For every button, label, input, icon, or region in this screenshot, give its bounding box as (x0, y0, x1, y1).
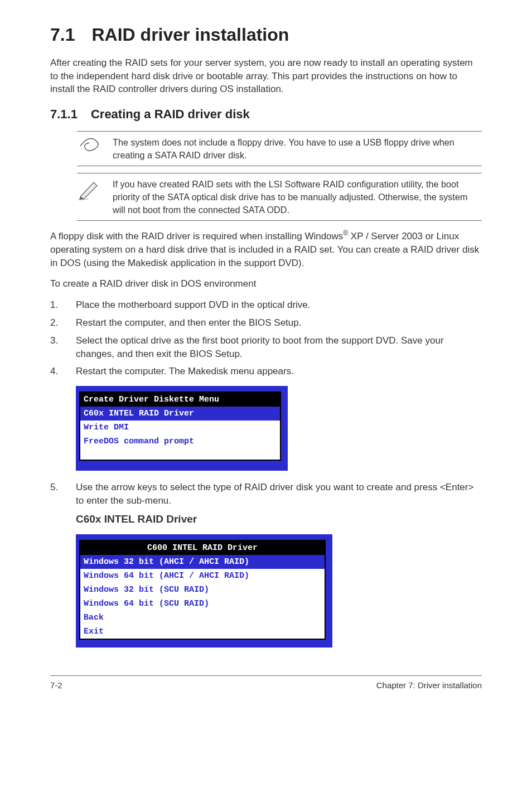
ordered-list: 5. Use the arrow keys to select the type… (50, 481, 482, 508)
menu-item: FreeDOS command prompt (80, 434, 280, 448)
sub-heading: C60x INTEL RAID Driver (76, 512, 482, 527)
subsection-heading: 7.1.1Creating a RAID driver disk (50, 106, 482, 123)
body-paragraph: A floppy disk with the RAID driver is re… (50, 229, 482, 269)
list-item: 3. Select the optical drive as the first… (50, 334, 482, 361)
list-number: 1. (50, 298, 62, 312)
list-number: 3. (50, 334, 62, 361)
list-text: Place the motherboard support DVD in the… (76, 298, 311, 312)
page-footer: 7-2 Chapter 7: Driver installation (50, 675, 482, 691)
note-box: The system does not include a floppy dri… (77, 131, 482, 166)
list-number: 2. (50, 316, 62, 330)
menu-selected-item: Windows 32 bit (AHCI / AHCI RAID) (80, 555, 325, 569)
dos-menu-screenshot: Create Driver Diskette Menu C60x INTEL R… (76, 386, 288, 471)
menu-item: Windows 64 bit (AHCI / AHCI RAID) (80, 569, 325, 583)
section-number: 7.1 (50, 25, 75, 45)
paperclip-icon (77, 136, 101, 159)
menu-item: Write DMI (80, 421, 280, 434)
list-item: 1. Place the motherboard support DVD in … (50, 298, 482, 312)
list-item: 5. Use the arrow keys to select the type… (50, 481, 482, 508)
subsection-title: Creating a RAID driver disk (91, 107, 250, 121)
note-text: The system does not include a floppy dri… (113, 136, 482, 161)
chapter-label: Chapter 7: Driver installation (376, 679, 482, 691)
menu-item: Back (80, 611, 325, 625)
subsection-number: 7.1.1 (50, 107, 78, 121)
note-box: If you have created RAID sets with the L… (77, 173, 482, 221)
list-item: 2. Restart the computer, and then enter … (50, 316, 482, 330)
list-item: 4. Restart the computer. The Makedisk me… (50, 365, 482, 378)
list-number: 4. (50, 365, 62, 378)
menu-item: Windows 64 bit (SCU RAID) (80, 597, 325, 611)
page-number: 7-2 (50, 679, 62, 691)
note-text: If you have created RAID sets with the L… (113, 178, 482, 216)
list-number: 5. (50, 481, 62, 508)
menu-title: Create Driver Diskette Menu (80, 393, 280, 407)
menu-item: Exit (80, 625, 325, 639)
list-text: Use the arrow keys to select the type of… (76, 481, 482, 508)
intro-paragraph: After creating the RAID sets for your se… (50, 56, 482, 96)
dos-menu-screenshot: C600 INTEL RAID Driver Windows 32 bit (A… (76, 534, 332, 648)
list-text: Select the optical drive as the first bo… (76, 334, 482, 361)
section-title: RAID driver installation (91, 25, 289, 45)
ordered-list: 1. Place the motherboard support DVD in … (50, 298, 482, 378)
menu-item: Windows 32 bit (SCU RAID) (80, 583, 325, 597)
registered-mark: ® (343, 229, 348, 237)
pencil-icon (77, 178, 101, 204)
menu-selected-item: C60x INTEL RAID Driver (80, 407, 280, 421)
body-paragraph: To create a RAID driver disk in DOS envi… (50, 277, 482, 291)
list-text: Restart the computer. The Makedisk menu … (76, 365, 294, 378)
list-text: Restart the computer, and then enter the… (76, 316, 301, 330)
menu-title: C600 INTEL RAID Driver (80, 541, 325, 555)
page-title: 7.1RAID driver installation (50, 22, 482, 47)
